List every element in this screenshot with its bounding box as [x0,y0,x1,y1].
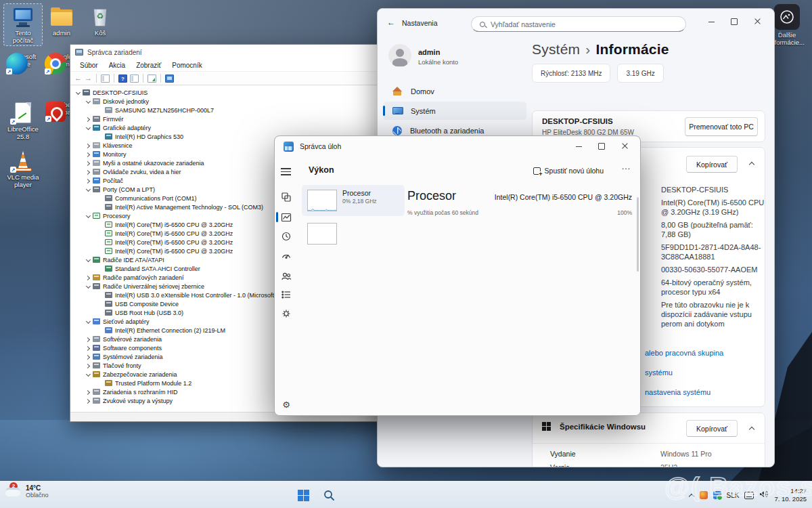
nav-services[interactable] [275,305,298,322]
properties-icon[interactable] [130,75,139,83]
security-shield-icon[interactable] [713,491,721,499]
chevron-right-icon[interactable] [85,161,91,166]
gear-icon[interactable]: ⚙ [275,400,298,410]
related-link[interactable]: alebo pracovná skupina [645,343,764,362]
nav-startup-apps[interactable] [275,247,298,263]
chevron-right-icon[interactable] [85,169,91,175]
desktop-icon-microsoft-edge[interactable]: ↗Microsoft Edge [4,52,42,69]
desktop-icon-tento-po-ta-[interactable]: Tento počítač [4,4,42,45]
libre-icon: ↗ [10,102,36,125]
tree-item[interactable]: SAMSUNG MZ7LN256HCHP-000L7 [70,106,394,114]
forward-icon[interactable]: → [85,75,92,82]
perf-card-pam-[interactable] [302,218,405,249]
chevron-right-icon[interactable] [85,117,91,122]
tree-item-label: Grafické adaptéry [103,125,151,131]
scrollbar[interactable] [637,197,639,272]
menu-icon[interactable] [281,168,291,177]
copy-device-specs-button[interactable]: Kopírovať [686,156,738,173]
breadcrumb-parent[interactable]: Systém [532,41,580,57]
nav-app-history[interactable] [275,228,298,245]
menu-s-bor[interactable]: Súbor [74,62,104,69]
menu-pomocn-k[interactable]: Pomocník [166,62,207,69]
chevron-down-icon[interactable] [85,372,91,377]
chevron-down-icon[interactable] [85,187,91,192]
chevron-down-icon[interactable] [85,125,91,131]
divider [533,443,765,444]
sidebar-item-syst-m[interactable]: Systém [383,102,526,120]
chevron-down-icon[interactable] [85,284,91,289]
start-button[interactable] [292,484,314,506]
help-icon[interactable]: ? [118,75,127,83]
chevron-right-icon[interactable] [85,398,91,404]
chevron-right-icon[interactable] [85,337,91,342]
related-link[interactable]: systému [645,362,764,382]
related-link[interactable]: nastavenia systému [645,382,764,402]
tray-app-icon[interactable] [700,491,708,499]
device-manager-titlebar[interactable]: Správca zariadení [70,45,394,60]
tree-item[interactable]: Diskové jednotky [70,97,394,106]
chevron-down-icon[interactable] [85,257,91,263]
chevron-down-icon[interactable] [75,90,81,96]
chevron-right-icon[interactable] [85,178,91,184]
run-new-task-button[interactable]: Spustiť novú úlohu [528,163,609,178]
speaker-icon[interactable] [759,489,769,501]
sidebar-item-domov[interactable]: Domov [383,82,526,100]
back-icon[interactable]: ← [74,75,82,82]
search-button[interactable] [318,484,340,506]
clock[interactable]: 14:27 7. 10. 2025 [774,487,807,503]
settings-nav: DomovSystémBluetooth a zariadenia [383,82,526,141]
desktop-icon-libreoffice-25-8[interactable]: ↗LibreOffice 25.8 [4,100,42,142]
perf-card-procesor[interactable]: Procesor0% 2,18 GHz [302,185,405,216]
maximize-button[interactable] [723,14,746,29]
show-console-tree-icon[interactable] [101,75,110,83]
touch-keyboard-icon[interactable] [744,492,754,499]
info-card[interactable]: 3.19 GHz [617,64,663,83]
maximize-button[interactable] [590,139,613,154]
search-input[interactable]: Vyhľadať nastavenie [471,16,686,32]
software-icon [93,336,100,342]
tree-item[interactable]: Firmvér [70,114,394,123]
nav-performance[interactable] [275,209,298,226]
windows-logo-icon [542,422,551,431]
tree-item[interactable]: DESKTOP-CFSIUIS [70,88,394,97]
nav-users[interactable] [275,268,298,284]
chevron-right-icon[interactable] [85,363,91,368]
copy-windows-specs-button[interactable]: Kopírovať [686,420,738,437]
desktop-icon-admin[interactable]: admin [43,4,81,39]
chevron-down-icon[interactable] [85,99,91,104]
desktop-icon-vlc-media-player[interactable]: ↗VLC media player [4,148,42,190]
more-options-button[interactable]: ... [622,162,631,171]
desktop-icon-k-[interactable]: ♻Kôš [81,4,119,39]
collapse-icon[interactable] [750,426,755,431]
nav-details[interactable] [275,287,298,303]
shortcut-arrow-icon: ↗ [10,167,16,173]
chevron-right-icon[interactable] [85,275,91,280]
chevron-down-icon[interactable] [85,213,91,219]
close-button[interactable] [746,14,769,29]
menu-akcia[interactable]: Akcia [104,62,131,69]
chevron-right-icon[interactable] [85,354,91,360]
computer-icon[interactable] [165,75,174,83]
minimize-button[interactable] [567,139,590,154]
tree-item[interactable]: Grafické adaptéry [70,123,394,132]
chevron-right-icon[interactable] [85,143,91,148]
chevron-down-icon[interactable] [85,319,91,324]
back-icon[interactable]: ← [387,18,395,27]
language-indicator[interactable]: SLK [727,492,740,499]
collapse-icon[interactable] [750,161,755,167]
info-card[interactable]: Rýchlosť: 2133 MHz [532,64,610,83]
chevron-right-icon[interactable] [85,152,91,157]
rename-pc-button[interactable]: Premenovať toto PC [685,117,758,136]
close-button[interactable] [613,139,636,154]
nav-processes[interactable] [275,189,298,205]
weather-widget[interactable]: 2 14°C Oblačno [4,484,49,499]
avatar[interactable] [388,44,411,67]
scan-hardware-changes-icon[interactable] [148,75,156,83]
chevron-right-icon[interactable] [85,389,91,395]
chevron-right-icon[interactable] [85,345,91,351]
minimize-button[interactable] [700,14,723,29]
device-spec-value: 64-bitový operačný systém, procesor typu… [661,278,769,297]
hidden-icons-chevron[interactable] [689,492,694,498]
disk-icon [105,107,112,113]
menu-zobrazi-[interactable]: Zobraziť [131,62,166,69]
